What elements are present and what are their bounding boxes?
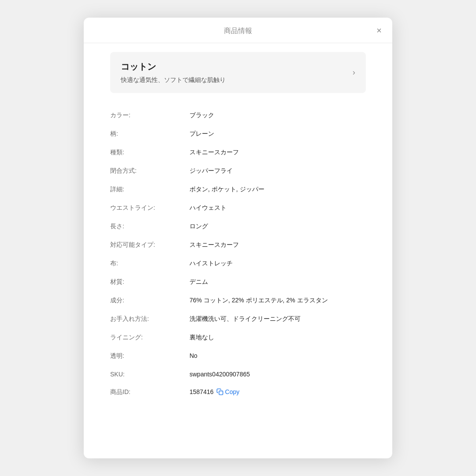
detail-value: ハイストレッチ	[190, 260, 366, 268]
detail-value: ロング	[190, 223, 366, 231]
table-row: 長さ:ロング	[110, 217, 366, 236]
detail-label: 材質:	[110, 278, 190, 286]
copy-icon	[216, 388, 223, 395]
detail-value: デニム	[190, 278, 366, 286]
svg-rect-0	[219, 391, 223, 395]
table-row: 詳細:ボタン, ポケット, ジッパー	[110, 180, 366, 199]
product-info-modal: 商品情報 × コットン 快適な通気性、ソフトで繊細な肌触り › カラー:ブラック…	[84, 18, 392, 458]
table-row: SKU:swpants04200907865	[110, 365, 366, 383]
detail-value: swpants04200907865	[190, 371, 366, 378]
detail-value: スキニースカーフ	[190, 241, 366, 249]
product-card-description: 快適な通気性、ソフトで繊細な肌触り	[121, 76, 346, 84]
detail-value: 76% コットン, 22% ポリエステル, 2% エラスタン	[190, 297, 366, 305]
detail-label: 布:	[110, 260, 190, 268]
product-card[interactable]: コットン 快適な通気性、ソフトで繊細な肌触り ›	[110, 52, 366, 93]
modal-header: 商品情報 ×	[84, 18, 392, 43]
detail-label: お手入れ方法:	[110, 315, 190, 323]
table-row: ウエストライン:ハイウェスト	[110, 199, 366, 217]
table-row: 閉合方式:ジッパーフライ	[110, 162, 366, 180]
detail-label: 成分:	[110, 297, 190, 305]
product-card-arrow: ›	[353, 68, 355, 77]
product-card-info: コットン 快適な通気性、ソフトで繊細な肌触り	[121, 61, 346, 84]
close-button[interactable]: ×	[375, 24, 383, 37]
detail-value: 洗濯機洗い可、ドライクリーニング不可	[190, 315, 366, 323]
detail-value: 1587416 Copy	[190, 388, 366, 395]
table-row: カラー:ブラック	[110, 106, 366, 125]
product-card-title: コットン	[121, 61, 346, 73]
copy-section: 1587416 Copy	[190, 388, 366, 395]
detail-value: スキニースカーフ	[190, 149, 366, 156]
table-row: 成分:76% コットン, 22% ポリエステル, 2% エラスタン	[110, 291, 366, 310]
detail-label: SKU:	[110, 371, 190, 378]
detail-value: 裏地なし	[190, 334, 366, 342]
table-row: 対応可能タイプ:スキニースカーフ	[110, 236, 366, 254]
detail-label: 商品ID:	[110, 388, 190, 396]
detail-value: ブラック	[190, 112, 366, 119]
detail-label: 閉合方式:	[110, 167, 190, 175]
detail-value: No	[190, 352, 366, 359]
detail-value: ハイウェスト	[190, 204, 366, 212]
table-row: 柄:プレーン	[110, 125, 366, 143]
detail-label: 透明:	[110, 352, 190, 360]
detail-value: ジッパーフライ	[190, 167, 366, 175]
detail-value: ボタン, ポケット, ジッパー	[190, 186, 366, 193]
table-row: 透明:No	[110, 347, 366, 365]
modal-title: 商品情報	[224, 26, 252, 36]
table-row: お手入れ方法:洗濯機洗い可、ドライクリーニング不可	[110, 310, 366, 328]
copy-label: Copy	[225, 388, 240, 395]
product-id-value: 1587416	[190, 388, 214, 395]
detail-label: ウエストライン:	[110, 204, 190, 212]
table-row: 商品ID:1587416 Copy	[110, 383, 366, 402]
table-row: 種類:スキニースカーフ	[110, 143, 366, 162]
detail-label: 長さ:	[110, 223, 190, 231]
modal-content: コットン 快適な通気性、ソフトで繊細な肌触り › カラー:ブラック柄:プレーン種…	[84, 43, 392, 419]
detail-label: 対応可能タイプ:	[110, 241, 190, 249]
detail-label: 柄:	[110, 130, 190, 138]
detail-label: 詳細:	[110, 186, 190, 193]
table-row: ライニング:裏地なし	[110, 328, 366, 347]
details-table: カラー:ブラック柄:プレーン種類:スキニースカーフ閉合方式:ジッパーフライ詳細:…	[110, 106, 366, 402]
table-row: 材質:デニム	[110, 273, 366, 291]
copy-button[interactable]: Copy	[216, 388, 240, 395]
detail-value: プレーン	[190, 130, 366, 138]
detail-label: ライニング:	[110, 334, 190, 342]
table-row: 布:ハイストレッチ	[110, 254, 366, 273]
detail-label: 種類:	[110, 149, 190, 156]
detail-label: カラー:	[110, 112, 190, 119]
